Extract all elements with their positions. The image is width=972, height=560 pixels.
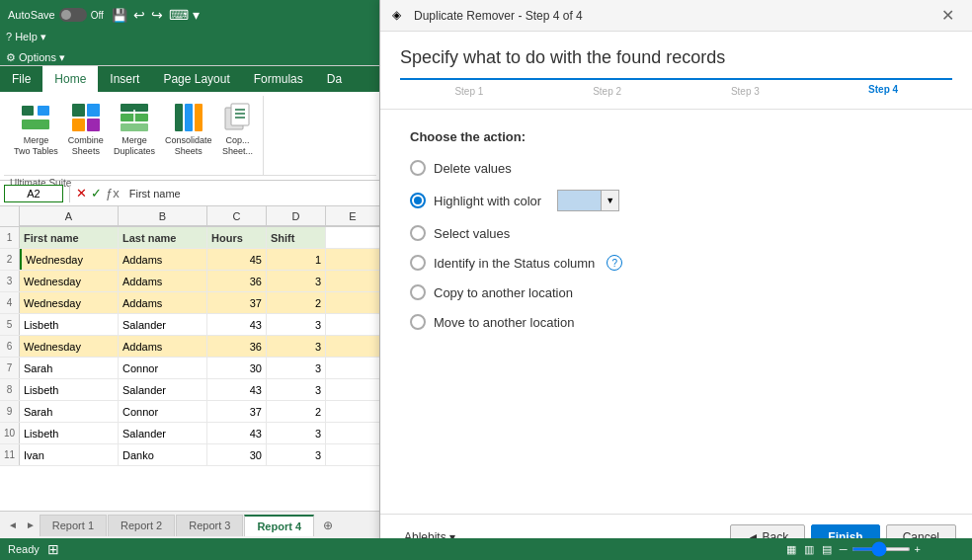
sheet-tab[interactable]: Report 2	[108, 515, 175, 536]
cell[interactable]: Ivan	[20, 444, 119, 465]
sheet-tab[interactable]: Report 1	[40, 515, 107, 536]
table-row[interactable]: 9SarahConnor372	[0, 401, 380, 423]
cell[interactable]: 3	[267, 314, 326, 335]
radio-button-copy[interactable]	[410, 284, 426, 300]
cell[interactable]: Last name	[119, 227, 207, 248]
cell[interactable]: Addams	[119, 292, 207, 313]
table-row[interactable]: 7SarahConnor303	[0, 358, 380, 379]
table-row[interactable]: 1First nameLast nameHoursShift	[0, 227, 380, 249]
redo-icon[interactable]: ↪	[151, 7, 163, 23]
normal-view-icon[interactable]: ▦	[786, 543, 796, 556]
cell[interactable]: Addams	[119, 271, 207, 291]
autosave-toggle[interactable]	[59, 8, 87, 22]
insert-function-icon[interactable]: ƒx	[106, 186, 120, 200]
cell-mode-icon[interactable]: ⊞	[47, 541, 59, 557]
cell[interactable]: 36	[207, 271, 267, 291]
cell[interactable]: 43	[207, 379, 267, 400]
cell[interactable]: 36	[207, 336, 267, 357]
cell[interactable]: 3	[267, 358, 326, 378]
radio-option-delete[interactable]: Delete values	[410, 160, 942, 176]
cell[interactable]: Wednesday	[20, 292, 119, 313]
copy-sheets-button[interactable]: Cop...Sheet...	[217, 100, 257, 159]
cell[interactable]: Danko	[119, 444, 207, 465]
radio-option-select[interactable]: Select values	[410, 225, 942, 241]
tab-insert[interactable]: Insert	[98, 66, 151, 92]
dialog-close-button[interactable]: ✕	[935, 2, 960, 29]
cell[interactable]: 3	[267, 271, 326, 291]
radio-option-highlight[interactable]: Highlight with color▼	[410, 190, 942, 211]
cell[interactable]: Shift	[267, 227, 326, 248]
table-row[interactable]: 10LisbethSalander433	[0, 423, 380, 444]
radio-button-select[interactable]	[410, 225, 426, 241]
cell[interactable]: 37	[207, 401, 267, 422]
name-box[interactable]	[4, 185, 63, 202]
cell[interactable]: 37	[207, 292, 267, 313]
cell[interactable]: Lisbeth	[20, 379, 119, 400]
cell[interactable]: First name	[20, 227, 119, 248]
cell[interactable]: 43	[207, 314, 267, 335]
tab-scroll-left[interactable]: ◄	[4, 520, 22, 530]
radio-button-move[interactable]	[410, 314, 426, 330]
radio-option-identify[interactable]: Identify in the Status column?	[410, 255, 942, 271]
sheet-tab[interactable]: Report 3	[176, 515, 243, 536]
table-row[interactable]: 3WednesdayAddams363	[0, 271, 380, 292]
table-row[interactable]: 5LisbethSalander433	[0, 314, 380, 336]
cell[interactable]: Salander	[119, 314, 207, 335]
cell[interactable]: Addams	[119, 249, 207, 270]
table-row[interactable]: 6WednesdayAddams363	[0, 336, 380, 358]
merge-duplicates-button[interactable]: MergeDuplicates	[110, 100, 159, 159]
cell[interactable]: 3	[267, 379, 326, 400]
cell[interactable]: 3	[267, 336, 326, 357]
help-icon[interactable]: ?	[607, 255, 622, 271]
table-row[interactable]: 2WednesdayAddams451	[0, 249, 380, 271]
cell[interactable]: Hours	[207, 227, 267, 248]
radio-button-delete[interactable]	[410, 160, 426, 176]
cell[interactable]: Sarah	[20, 358, 119, 378]
page-layout-icon[interactable]: ▥	[804, 543, 814, 556]
cell[interactable]: Wednesday	[20, 249, 119, 270]
cell[interactable]: Sarah	[20, 401, 119, 422]
combine-sheets-button[interactable]: CombineSheets	[64, 100, 108, 159]
confirm-formula-icon[interactable]: ✓	[91, 186, 102, 200]
consolidate-sheets-button[interactable]: ConsolidateSheets	[161, 100, 216, 159]
save-icon[interactable]: 💾	[112, 8, 127, 23]
cell[interactable]: Lisbeth	[20, 423, 119, 443]
cell[interactable]: Salander	[119, 379, 207, 400]
more-icon[interactable]: ⌨ ▾	[169, 7, 200, 23]
cell[interactable]: Connor	[119, 401, 207, 422]
cancel-formula-icon[interactable]: ✕	[76, 186, 87, 200]
options-button[interactable]: ⚙ Options ▾	[6, 51, 374, 64]
cell[interactable]: 2	[267, 292, 326, 313]
undo-icon[interactable]: ↩	[133, 7, 145, 23]
cell[interactable]: Wednesday	[20, 271, 119, 291]
radio-option-copy[interactable]: Copy to another location	[410, 284, 942, 300]
radio-button-highlight[interactable]	[410, 193, 426, 208]
zoom-slider[interactable]: ─ +	[840, 543, 921, 555]
tab-formulas[interactable]: Formulas	[242, 66, 315, 92]
page-break-icon[interactable]: ▤	[822, 543, 832, 556]
cell[interactable]: Connor	[119, 358, 207, 378]
radio-option-move[interactable]: Move to another location	[410, 314, 942, 330]
table-row[interactable]: 4WednesdayAddams372	[0, 292, 380, 314]
cell[interactable]: Lisbeth	[20, 314, 119, 335]
add-sheet-button[interactable]: ⊕	[315, 515, 341, 536]
cell[interactable]: Addams	[119, 336, 207, 357]
cell[interactable]: 45	[207, 249, 267, 270]
table-row[interactable]: 11IvanDanko303	[0, 444, 380, 466]
cell[interactable]: 1	[267, 249, 326, 270]
radio-button-identify[interactable]	[410, 255, 426, 271]
wizard-step[interactable]: Step 3	[677, 84, 815, 99]
merge-two-tables-button[interactable]: → MergeTwo Tables	[10, 100, 62, 159]
cell[interactable]: 30	[207, 444, 267, 465]
cell[interactable]: Wednesday	[20, 336, 119, 357]
wizard-step[interactable]: Step 1	[400, 84, 538, 99]
cell[interactable]: 30	[207, 358, 267, 378]
cell[interactable]: 3	[267, 423, 326, 443]
tab-scroll-right[interactable]: ►	[22, 520, 40, 530]
cell[interactable]: 43	[207, 423, 267, 443]
wizard-step[interactable]: Step 2	[538, 84, 677, 99]
tab-page-layout[interactable]: Page Layout	[151, 66, 241, 92]
cell[interactable]: Salander	[119, 423, 207, 443]
wizard-step[interactable]: Step 4	[814, 78, 952, 99]
cell[interactable]: 2	[267, 401, 326, 422]
